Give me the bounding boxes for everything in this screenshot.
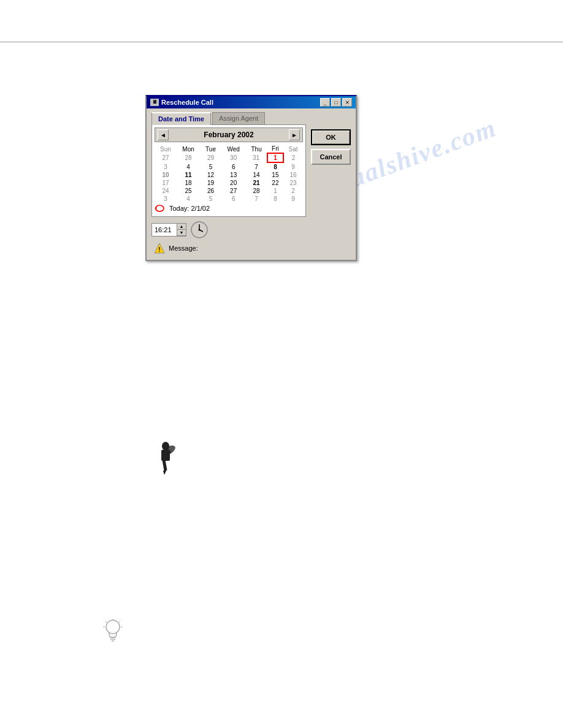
calendar-day[interactable]: 26 [200,187,221,195]
calendar-header-row: Sun Mon Tue Wed Thu Fri Sat [155,145,303,153]
minimize-button[interactable]: _ [320,98,330,107]
calendar-day[interactable]: 27 [155,153,177,162]
warning-icon: ! [154,243,165,254]
maximize-button[interactable]: □ [331,98,341,107]
calendar-day[interactable]: 16 [283,171,303,179]
calendar-week-row: 3456789 [155,195,303,203]
calendar-day[interactable]: 12 [200,171,221,179]
header-mon: Mon [177,145,200,153]
calendar-day[interactable]: 30 [221,153,246,162]
ok-button[interactable]: OK [311,129,351,145]
calendar-week-row: 242526272812 [155,187,303,195]
clock-icon [190,221,209,239]
calendar-day[interactable]: 17 [155,179,177,187]
calendar-day[interactable]: 25 [177,187,200,195]
calendar-day[interactable]: 13 [221,171,246,179]
calendar-day[interactable]: 23 [283,179,303,187]
svg-text:!: ! [158,246,160,253]
calendar-day[interactable]: 27 [221,187,246,195]
calendar-day[interactable]: 5 [200,195,221,203]
calendar-day[interactable]: 24 [155,187,177,195]
tab-date-and-time[interactable]: Date and Time [151,112,211,125]
svg-rect-10 [162,460,167,471]
calendar-day[interactable]: 28 [177,153,200,162]
time-spin-up[interactable]: ▲ [177,224,186,230]
calendar-day[interactable]: 7 [246,162,267,171]
reschedule-call-dialog: 🖥 Reschedule Call _ □ ✕ Date and Time As… [145,95,357,261]
calendar-day[interactable]: 8 [267,162,284,171]
header-sat: Sat [283,145,303,153]
cancel-button[interactable]: Cancel [311,149,351,165]
tabs: Date and Time Assign Agent [151,112,306,125]
lightbulb-icon [103,619,123,646]
today-label: Today: 2/1/02 [169,205,210,212]
svg-line-19 [105,621,107,623]
calendar-day[interactable]: 9 [283,162,303,171]
dialog-title: Reschedule Call [161,99,213,106]
calendar-day[interactable]: 29 [200,153,221,162]
svg-point-5 [199,229,201,231]
month-title: February 2002 [204,131,253,139]
today-row: Today: 2/1/02 [155,203,303,214]
svg-rect-13 [161,450,170,461]
calendar-day[interactable]: 2 [283,153,303,162]
svg-marker-11 [163,471,166,475]
title-bar-left: 🖥 Reschedule Call [150,99,213,106]
calendar-day[interactable]: 2 [283,187,303,195]
calendar-day[interactable]: 1 [267,153,284,162]
calendar-day[interactable]: 6 [221,162,246,171]
top-rule [0,42,563,42]
svg-line-20 [119,621,120,623]
calendar-day[interactable]: 5 [200,162,221,171]
calendar-day[interactable]: 10 [155,171,177,179]
calendar-day[interactable]: 20 [221,179,246,187]
calendar-box: ◄ February 2002 ► Sun Mon Tue Wed Thu Fr… [151,124,306,217]
right-panel: OK Cancel [311,112,351,256]
calendar-day[interactable]: 4 [177,195,200,203]
title-bar: 🖥 Reschedule Call _ □ ✕ [147,96,356,108]
prev-month-button[interactable]: ◄ [158,129,169,140]
calendar-day[interactable]: 15 [267,171,284,179]
svg-point-12 [162,442,169,450]
calendar-day[interactable]: 1 [267,187,284,195]
calendar-day[interactable]: 3 [155,162,177,171]
tab-assign-agent[interactable]: Assign Agent [212,112,265,125]
dialog-body: Date and Time Assign Agent ◄ February 20… [147,108,356,260]
header-tue: Tue [200,145,221,153]
left-panel: Date and Time Assign Agent ◄ February 20… [151,112,306,256]
calendar-day[interactable]: 9 [283,195,303,203]
calendar-day[interactable]: 6 [221,195,246,203]
dialog-icon: 🖥 [150,99,159,106]
calendar-day[interactable]: 14 [246,171,267,179]
calendar-day[interactable]: 8 [267,195,284,203]
calendar-day[interactable]: 11 [177,171,200,179]
month-nav: ◄ February 2002 ► [155,127,303,142]
calendar-day[interactable]: 22 [267,179,284,187]
calendar-week-row: 17181920212223 [155,179,303,187]
calendar-day[interactable]: 31 [246,153,267,162]
pen-icon [150,441,181,480]
message-label: Message: [169,245,198,252]
close-button[interactable]: ✕ [342,98,352,107]
time-spin-down[interactable]: ▼ [177,230,186,236]
svg-point-0 [156,205,164,211]
calendar-week-row: 272829303112 [155,153,303,162]
calendar-day[interactable]: 3 [155,195,177,203]
calendar-day[interactable]: 7 [246,195,267,203]
time-input-wrapper: ▲ ▼ [151,223,186,237]
calendar-day[interactable]: 21 [246,179,267,187]
calendar-day[interactable]: 4 [177,162,200,171]
calendar-grid: Sun Mon Tue Wed Thu Fri Sat 272829303112… [155,145,303,203]
time-input[interactable] [152,225,177,235]
calendar-week-row: 3456789 [155,162,303,171]
calendar-day[interactable]: 19 [200,179,221,187]
svg-point-14 [106,620,120,634]
header-thu: Thu [246,145,267,153]
time-spin: ▲ ▼ [177,224,186,236]
header-wed: Wed [221,145,246,153]
next-month-button[interactable]: ► [289,129,300,140]
calendar-day[interactable]: 28 [246,187,267,195]
calendar-day[interactable]: 18 [177,179,200,187]
today-icon [155,204,167,213]
calendar-week-row: 10111213141516 [155,171,303,179]
